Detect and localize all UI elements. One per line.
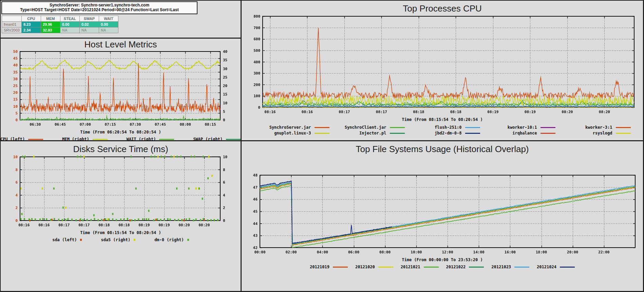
- chart-title-processes: Top Processes CPU: [242, 3, 643, 14]
- legend-item: 20121019: [310, 265, 348, 269]
- legend-line-swatch: [226, 139, 241, 140]
- legend-dot-swatch: [187, 239, 189, 241]
- legend-label: MEM (right): [62, 137, 89, 141]
- panel-top-processes: Top Processes CPU Time (From 08:15:54 To…: [242, 1, 644, 141]
- legend-label: SynchroClient.jar: [345, 125, 386, 130]
- legend-line-swatch: [315, 133, 329, 134]
- legend-line-swatch: [541, 133, 555, 134]
- server-title: SynchroServer: Synchro-server1.synchro-t…: [3, 3, 195, 7]
- host-metrics-canvas: [4, 49, 238, 129]
- processes-legend: SynchroServer.jarSynchroClient.jarflush-…: [242, 125, 643, 135]
- filesystems-xaxis-label: Time (From 00:00:00 To 23:53:20 ): [242, 257, 643, 262]
- legend-item: SynchroClient.jar: [329, 125, 405, 130]
- summary-col-header: [2, 16, 22, 22]
- legend-item: SynchroServer.jar: [254, 125, 329, 130]
- legend-item: kworker-10:1: [480, 125, 555, 130]
- chart-disks-service-time: Disks Service Time (ms) Time (From 08:15…: [1, 144, 241, 242]
- server-params: Type=HOST Target=HOST Date=20121024 Peri…: [3, 7, 195, 12]
- legend-line-swatch: [541, 127, 555, 128]
- metric-cell: NA: [60, 27, 79, 33]
- legend-line-swatch: [469, 267, 484, 268]
- legend-label: irqbalance: [512, 131, 537, 135]
- legend-item: CPU (left): [1, 137, 43, 141]
- legend-label: 20121023: [491, 265, 511, 269]
- legend-item: 20121021: [401, 265, 439, 269]
- legend-label: jbd2-dm-0-8: [435, 131, 461, 135]
- legend-item: 20121022: [446, 265, 484, 269]
- legend-line-swatch: [560, 267, 575, 268]
- legend-label: dm-0 (right): [154, 237, 184, 242]
- panel-filesystems-usage: Top File Systems Usage (Historical Overl…: [242, 141, 644, 292]
- legend-label: flush-251:0: [435, 125, 461, 130]
- legend-dot-swatch: [134, 239, 135, 241]
- legend-item: 20121023: [491, 265, 529, 269]
- legend-item: irqbalance: [480, 131, 555, 135]
- legend-label: rsyslogd: [593, 131, 612, 135]
- legend-item: flush-251:0: [405, 125, 480, 130]
- legend-label: 20121022: [446, 265, 466, 269]
- legend-line-swatch: [378, 267, 393, 268]
- panel-disks-service-time: Disks Service Time (ms) Time (From 08:15…: [1, 141, 242, 292]
- metric-cell: 32.83: [41, 27, 60, 33]
- legend-label: WAIT (right): [127, 137, 156, 141]
- host-legend: CPU (left)MEM (right)WAIT (right)SWAP (r…: [1, 137, 241, 141]
- summary-col-header: SWAP: [79, 16, 99, 22]
- legend-label: 20121019: [310, 265, 329, 269]
- legend-line-swatch: [390, 133, 405, 134]
- legend-line-swatch: [315, 127, 329, 128]
- legend-label: SynchroServer.jar: [269, 125, 311, 130]
- legend-label: kworker-3:1: [585, 125, 612, 130]
- processes-xaxis-label: Time (From 08:15:54 To 08:20:54 ): [242, 117, 643, 122]
- legend-label: Injector.pl: [359, 131, 386, 135]
- legend-label: sda5 (right): [101, 237, 130, 242]
- summary-col-header: STEAL: [60, 16, 79, 22]
- summary-col-header: WAIT: [99, 16, 118, 22]
- metric-cell: 2.34: [21, 27, 41, 33]
- chart-host-level-metrics: Host Level Metrics Time (From 06:20:54 T…: [1, 39, 241, 141]
- legend-item: sda5 (right): [101, 237, 135, 242]
- legend-label: gnuplot.linux-3: [274, 131, 311, 135]
- metric-cell: 0.02: [79, 22, 99, 27]
- summary-col-header: MEM: [41, 16, 60, 22]
- dashboard: SynchroServer: Synchro-server1.synchro-t…: [0, 0, 644, 292]
- summary-row: SRV20032.3432.83NANANA: [2, 27, 118, 33]
- server-header-box: SynchroServer: Synchro-server1.synchro-t…: [1, 1, 197, 14]
- metric-cell: NA: [79, 27, 99, 33]
- summary-row: frean018.2329.960.000.020.00: [2, 22, 118, 27]
- metric-cell: 0.00: [60, 22, 79, 27]
- host-summary-table: CPUMEMSTEALSWAPWAITfrean018.2329.960.000…: [2, 16, 118, 33]
- legend-line-swatch: [93, 139, 108, 140]
- chart-filesystems-usage: Top File Systems Usage (Historical Overl…: [242, 144, 643, 269]
- legend-line-swatch: [616, 127, 631, 128]
- chart-title-host: Host Level Metrics: [1, 39, 241, 49]
- legend-line-swatch: [159, 139, 174, 140]
- legend-label: 20121020: [355, 265, 375, 269]
- filesystems-canvas: [244, 173, 641, 257]
- legend-item: sda (left): [52, 237, 82, 242]
- server-header-band: SynchroServer: Synchro-server1.synchro-t…: [1, 1, 241, 39]
- legend-item: rsyslogd: [555, 131, 631, 135]
- chart-title-disks: Disks Service Time (ms): [1, 144, 241, 154]
- legend-line-swatch: [333, 267, 348, 268]
- legend-label: 20121024: [537, 265, 556, 269]
- legend-item: Injector.pl: [329, 131, 405, 135]
- filesystems-legend: 2012101920121020201210212012102220121023…: [242, 265, 643, 269]
- legend-line-swatch: [28, 139, 43, 140]
- legend-line-swatch: [465, 133, 480, 134]
- disks-canvas: [4, 154, 238, 230]
- legend-dot-swatch: [80, 239, 82, 241]
- summary-col-header: CPU: [21, 16, 41, 22]
- legend-line-swatch: [514, 267, 529, 268]
- filesystems-spacer: [242, 154, 643, 173]
- legend-label: 20121021: [401, 265, 420, 269]
- chart-top-processes-cpu: Top Processes CPU Time (From 08:15:54 To…: [242, 3, 643, 135]
- host-name: frean01: [2, 22, 22, 27]
- legend-item: 20121020: [355, 265, 393, 269]
- panel-host-level: SynchroServer: Synchro-server1.synchro-t…: [1, 1, 242, 141]
- processes-canvas: [243, 14, 642, 117]
- legend-label: sda (left): [52, 237, 77, 242]
- legend-item: 20121024: [537, 265, 575, 269]
- disks-legend: sda (left)sda5 (right)dm-0 (right): [1, 237, 241, 242]
- disks-xaxis-label: Time (From 08:15:54 To 08:20:54 ): [1, 230, 241, 235]
- host-xaxis-label: Time (From 06:20:54 To 08:20:54 ): [1, 130, 241, 134]
